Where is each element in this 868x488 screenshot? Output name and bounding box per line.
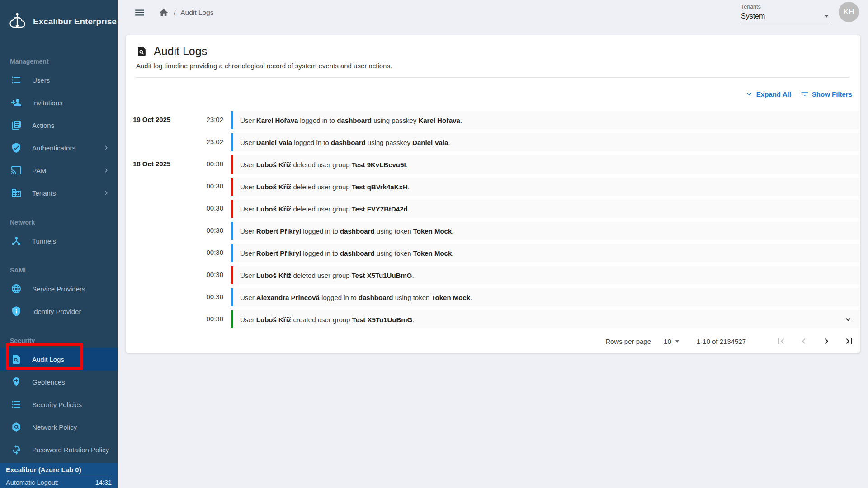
sidebar-item-label: Authenticators — [32, 144, 75, 152]
shield-check-icon — [11, 142, 22, 153]
timeline-event[interactable]: User Luboš Kříž deleted user group Test … — [231, 200, 859, 218]
timeline-event[interactable]: User Luboš Kříž created user group Test … — [231, 310, 859, 328]
timeline-row: 00:30User Luboš Kříž deleted user group … — [133, 266, 859, 284]
globe-icon — [11, 283, 22, 294]
next-page-icon[interactable] — [821, 336, 832, 347]
expand-all-label: Expand All — [756, 90, 791, 98]
sidebar-item-network-policy[interactable]: Network Policy — [0, 416, 118, 438]
sidebar-item-invitations[interactable]: Invitations — [0, 91, 118, 114]
timeline-row: 00:30User Luboš Kříž deleted user group … — [133, 178, 859, 196]
sidebar-item-geofences[interactable]: Geofences — [0, 371, 118, 393]
avatar-initials: KH — [844, 8, 854, 17]
toolbar: Expand All Show Filters — [126, 78, 860, 99]
event-text: User Luboš Kříž deleted user group Test … — [240, 161, 408, 169]
timeline-date — [133, 178, 196, 196]
timeline-event[interactable]: User Robert Přikryl logged in to dashboa… — [231, 222, 859, 240]
excalibur-cloud-sword-logo — [7, 12, 27, 32]
sidebar-item-tenants[interactable]: Tenants — [0, 182, 118, 204]
pagination-range: 1-10 of 2134527 — [697, 338, 746, 345]
timeline-row: 00:30User Luboš Kříž deleted user group … — [133, 200, 859, 218]
section-title: SAML — [0, 267, 118, 274]
person-add-icon — [11, 97, 22, 108]
sidebar-item-audit-logs[interactable]: Audit Logs — [0, 348, 118, 371]
chevron-right-icon — [102, 166, 110, 174]
timeline-event[interactable]: User Karel Hořava logged in to dashboard… — [231, 111, 859, 129]
timeline: 19 Oct 202523:02User Karel Hořava logged… — [126, 99, 860, 328]
timeline-event[interactable]: User Robert Přikryl logged in to dashboa… — [231, 244, 859, 262]
event-text: User Luboš Kříž deleted user group Test … — [240, 183, 410, 191]
page-title: Audit Logs — [154, 45, 207, 58]
file-search-icon — [136, 46, 147, 57]
timeline-date — [133, 310, 196, 328]
topbar: / Audit Logs Tenants System KH — [118, 0, 868, 25]
section-title: Network — [0, 219, 118, 226]
show-filters-button[interactable]: Show Filters — [800, 89, 852, 99]
timeline-date — [133, 133, 196, 151]
event-status-bar — [231, 310, 233, 328]
timeline-row: 18 Oct 202500:30User Luboš Kříž deleted … — [133, 155, 859, 174]
auto-logout-label: Automatic Logout: — [6, 479, 59, 486]
event-text: User Robert Přikryl logged in to dashboa… — [240, 249, 453, 257]
timeline-event[interactable]: User Luboš Kříž deleted user group Test … — [231, 266, 859, 284]
sidebar-item-authenticators[interactable]: Authenticators — [0, 136, 118, 159]
event-text: User Robert Přikryl logged in to dashboa… — [240, 227, 453, 235]
chevron-down-icon — [745, 89, 754, 99]
timeline-date — [133, 222, 196, 240]
rotate-lock-icon — [11, 444, 22, 455]
timeline-event[interactable]: User Luboš Kříž deleted user group Test … — [231, 178, 859, 196]
expand-all-button[interactable]: Expand All — [745, 89, 791, 99]
sidebar-item-label: Users — [32, 76, 50, 84]
sidebar-item-service-providers[interactable]: Service Providers — [0, 277, 118, 300]
app-title: Excalibur Enterprise — [33, 17, 117, 27]
home-icon[interactable] — [159, 8, 169, 18]
chevron-down-icon[interactable] — [843, 314, 853, 324]
audit-logs-card: Audit Logs Audit log timeline providing … — [126, 35, 860, 353]
timeline-time: 00:30 — [196, 244, 223, 262]
avatar[interactable]: KH — [839, 2, 859, 22]
sidebar-item-identity-provider[interactable]: Identity Provider — [0, 300, 118, 323]
sidebar-item-security-policies[interactable]: Security Policies — [0, 393, 118, 416]
filter-icon — [800, 89, 809, 99]
prev-page-icon[interactable] — [798, 336, 809, 347]
building-icon — [11, 188, 22, 198]
section-title: Management — [0, 58, 118, 65]
first-page-icon[interactable] — [776, 336, 787, 347]
tenants-select[interactable]: Tenants System — [741, 4, 831, 23]
event-status-bar — [231, 222, 233, 240]
sidebar: Excalibur Enterprise Management Users In… — [0, 0, 118, 488]
hexagon-shield-icon — [11, 422, 22, 432]
timeline-date — [133, 288, 196, 306]
tenants-select-value: System — [741, 12, 765, 20]
timeline-event[interactable]: User Luboš Kříž deleted user group Test … — [231, 155, 859, 174]
event-status-bar — [231, 244, 233, 262]
chevron-right-icon — [102, 189, 110, 197]
event-status-bar — [231, 200, 233, 218]
chevron-right-icon — [102, 144, 110, 152]
main-content: / Audit Logs Tenants System KH Audit Log… — [118, 0, 868, 488]
sidebar-item-label: Tunnels — [32, 237, 56, 245]
sidebar-item-label: PAM — [32, 167, 46, 174]
event-status-bar — [231, 133, 233, 151]
rows-per-page-select[interactable]: 10 — [664, 338, 679, 345]
event-status-bar — [231, 178, 233, 196]
sidebar-item-password-rotation-policy[interactable]: Password Rotation Policy — [0, 438, 118, 461]
sidebar-item-users[interactable]: Users — [0, 69, 118, 91]
breadcrumb-separator: / — [174, 9, 175, 17]
file-search-icon — [11, 354, 22, 365]
timeline-row: 19 Oct 202523:02User Karel Hořava logged… — [133, 111, 859, 129]
sidebar-item-pam[interactable]: PAM — [0, 159, 118, 182]
sidebar-item-actions[interactable]: Actions — [0, 114, 118, 136]
timeline-event[interactable]: User Daniel Vala logged in to dashboard … — [231, 133, 859, 151]
sidebar-item-tunnels[interactable]: Tunnels — [0, 230, 118, 252]
last-page-icon[interactable] — [844, 336, 854, 347]
timeline-date: 19 Oct 2025 — [133, 111, 196, 129]
timeline-date — [133, 266, 196, 284]
timeline-event[interactable]: User Alexandra Princová logged in to das… — [231, 288, 859, 306]
menu-icon[interactable] — [134, 7, 146, 19]
timeline-time: 00:30 — [196, 266, 223, 284]
breadcrumb: Audit Logs — [180, 9, 213, 17]
auto-logout-timer: 14:31 — [95, 479, 112, 486]
event-status-bar — [231, 266, 233, 284]
timeline-row: 00:30User Robert Přikryl logged in to da… — [133, 244, 859, 262]
cast-icon — [11, 165, 22, 176]
